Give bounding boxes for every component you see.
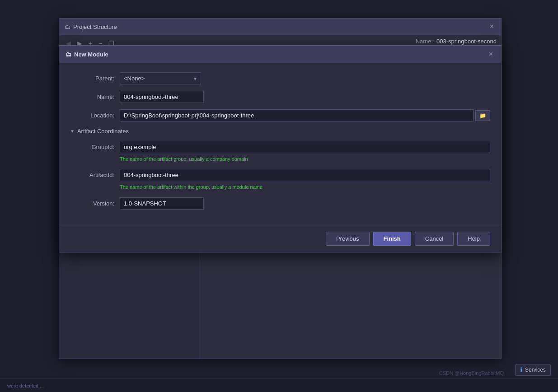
artifact-coordinates-header[interactable]: ▼ Artifact Coordinates <box>70 128 490 135</box>
artifactid-input[interactable] <box>120 169 490 181</box>
outer-dialog-title: Project Structure <box>73 23 117 30</box>
artifactid-label: ArtifactId: <box>70 169 120 178</box>
name-row: Name: <box>70 91 490 103</box>
parent-label: Parent: <box>70 75 120 82</box>
watermark-text: CSDN @HongBingRabbitMQ <box>439 370 504 376</box>
outer-close-button[interactable]: × <box>488 22 496 31</box>
collapse-chevron-icon: ▼ <box>70 129 75 134</box>
location-input-wrapper: 📁 <box>120 109 490 121</box>
inner-dialog-footer: Previous Finish Cancel Help <box>59 225 501 252</box>
inner-titlebar: 🗂 New Module × <box>59 46 501 63</box>
artifactid-row: ArtifactId: The name of the artifact wit… <box>70 169 490 191</box>
location-input[interactable] <box>120 109 474 121</box>
parent-select[interactable]: <None> <box>120 72 201 84</box>
artifact-coordinates-label: Artifact Coordinates <box>77 128 129 135</box>
groupid-input[interactable] <box>120 141 490 153</box>
inner-title-group: 🗂 New Module <box>66 51 108 58</box>
groupid-hint: The name of the artifact group, usually … <box>120 156 490 163</box>
parent-row: Parent: <None> ▼ <box>70 72 490 84</box>
outer-titlebar: 🗂 Project Structure × <box>59 19 501 35</box>
groupid-field: The name of the artifact group, usually … <box>120 141 490 163</box>
module-name-input[interactable] <box>120 91 204 103</box>
module-name-label: Name: <box>70 93 120 100</box>
module-name-display: Name: 003-springboot-second <box>416 38 497 45</box>
new-module-dialog: 🗂 New Module × Parent: <None> ▼ Name: Lo… <box>59 45 502 252</box>
version-row: Version: <box>70 197 490 210</box>
name-label: Name: <box>416 38 433 45</box>
browse-folder-button[interactable]: 📁 <box>475 110 490 121</box>
previous-button[interactable]: Previous <box>326 232 370 246</box>
name-input-wrapper <box>120 91 490 103</box>
info-icon: ℹ <box>520 366 522 373</box>
folder-icon: 📁 <box>479 112 486 119</box>
bottom-bar-text: were detected.... <box>7 383 44 388</box>
version-label: Version: <box>70 200 120 207</box>
cancel-button[interactable]: Cancel <box>415 232 454 246</box>
groupid-label: GroupId: <box>70 141 120 150</box>
finish-button[interactable]: Finish <box>373 232 411 246</box>
location-label: Location: <box>70 112 120 119</box>
version-input-wrapper <box>120 197 490 210</box>
project-structure-icon: 🗂 <box>65 23 70 30</box>
name-value: 003-springboot-second <box>436 38 497 45</box>
new-module-icon: 🗂 <box>66 51 71 58</box>
groupid-row: GroupId: The name of the artifact group,… <box>70 141 490 163</box>
parent-select-wrapper: <None> ▼ <box>120 72 201 84</box>
inner-close-button[interactable]: × <box>487 49 495 59</box>
services-badge[interactable]: ℹ Services <box>515 364 551 376</box>
location-row: Location: 📁 <box>70 109 490 121</box>
artifactid-field: The name of the artifact within the grou… <box>120 169 490 191</box>
help-button[interactable]: Help <box>457 232 490 246</box>
bottom-bar: were detected.... <box>0 378 558 392</box>
artifact-coordinates-section: ▼ Artifact Coordinates GroupId: The name… <box>70 128 490 210</box>
services-label: Services <box>525 367 546 373</box>
inner-dialog-title: New Module <box>74 51 108 58</box>
outer-title-group: 🗂 Project Structure <box>65 23 117 30</box>
version-input[interactable] <box>120 197 204 210</box>
artifactid-hint: The name of the artifact within the grou… <box>120 184 490 191</box>
inner-dialog-body: Parent: <None> ▼ Name: Location: 📁 <box>59 63 501 225</box>
